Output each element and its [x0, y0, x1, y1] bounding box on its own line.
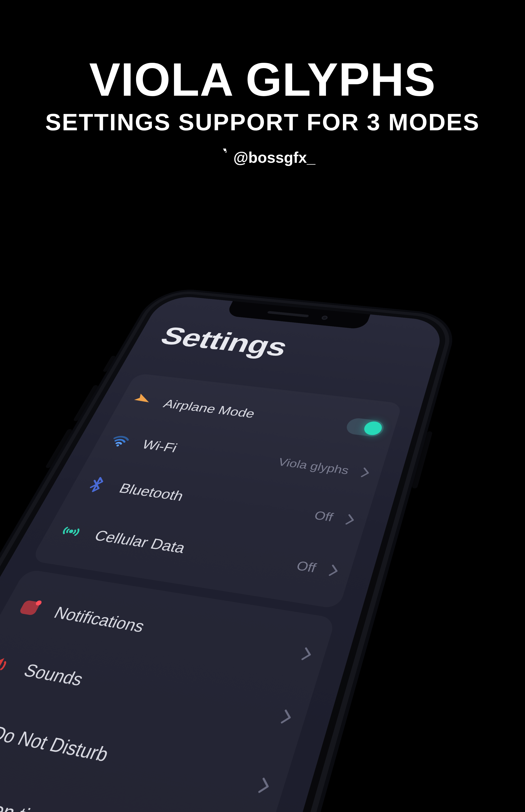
promo-subtitle: SETTINGS SUPPORT FOR 3 MODES [0, 108, 525, 136]
chevron-right-icon [280, 709, 294, 725]
notifications-icon [12, 596, 47, 620]
settings-label: Wi-Fi [140, 437, 180, 455]
twitter-icon [210, 149, 227, 166]
settings-label: Bluetooth [117, 481, 186, 504]
settings-value: Off [295, 558, 318, 575]
page-title: Settings [155, 321, 292, 362]
chevron-right-icon [345, 514, 356, 526]
chevron-right-icon [328, 564, 340, 577]
settings-value: Off [313, 508, 335, 524]
cellular-icon [55, 521, 87, 542]
settings-label: Do Not Disturb [0, 722, 112, 766]
promo-handle-text: @bossgfx_ [234, 149, 315, 166]
wifi-icon [105, 432, 135, 450]
chevron-right-icon [300, 646, 314, 662]
chevron-right-icon [360, 467, 371, 478]
settings-label: Screen time [0, 790, 59, 812]
chevron-right-icon [257, 777, 272, 795]
promo-title: VIOLA GLYPHS [0, 55, 525, 104]
airplane-icon [127, 392, 156, 409]
sounds-icon [0, 652, 17, 678]
settings-label: Notifications [51, 603, 148, 636]
svg-point-0 [116, 444, 120, 447]
settings-label: Cellular Data [92, 527, 188, 556]
promo-handle[interactable]: @bossgfx_ [210, 149, 315, 166]
bluetooth-icon [81, 475, 112, 494]
settings-group-system: Notifications Sounds [0, 569, 336, 812]
phone-mockup: Settings Airplane Mode [0, 286, 460, 812]
airplane-toggle[interactable] [344, 417, 386, 438]
settings-label: Airplane Mode [161, 397, 257, 421]
settings-label: Sounds [20, 660, 87, 690]
front-camera [321, 315, 328, 320]
promo-header: VIOLA GLYPHS SETTINGS SUPPORT FOR 3 MODE… [0, 0, 525, 167]
settings-value: Viola glyphs [276, 455, 350, 477]
speaker-grille [267, 311, 309, 317]
